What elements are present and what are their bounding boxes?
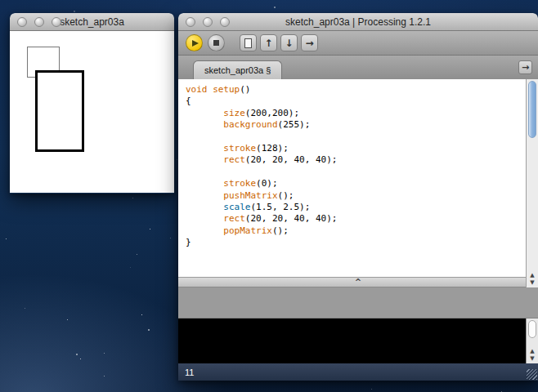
sketch-rect-large <box>35 70 84 152</box>
ide-window: sketch_apr03a | Processing 1.2.1 ↑ ↓ <box>178 13 538 381</box>
tab-label: sketch_apr03a § <box>204 65 271 75</box>
message-area <box>178 287 538 318</box>
stop-button[interactable] <box>208 34 225 51</box>
open-icon: ↑ <box>264 38 272 48</box>
line-number: 11 <box>185 368 194 377</box>
sketch-window-titlebar[interactable]: sketch_apr03a <box>10 13 174 31</box>
tab-menu-button[interactable]: → <box>518 60 532 74</box>
save-button[interactable]: ↓ <box>280 34 298 51</box>
save-icon: ↓ <box>285 38 293 48</box>
code-editor[interactable]: void setup(){ size(200,200); background(… <box>178 79 538 277</box>
ide-window-titlebar[interactable]: sketch_apr03a | Processing 1.2.1 <box>178 13 538 31</box>
zoom-button[interactable] <box>220 17 230 27</box>
scroll-up-icon[interactable]: ▲ <box>530 272 534 278</box>
editor-scroll-arrows: ▲ ▼ <box>527 272 538 286</box>
scroll-down-icon[interactable]: ▼ <box>530 279 534 286</box>
ide-window-title: sketch_apr03a | Processing 1.2.1 <box>178 16 538 28</box>
open-button[interactable]: ↑ <box>260 34 277 51</box>
sketch-canvas <box>10 31 174 193</box>
window-controls <box>186 17 230 27</box>
stop-icon <box>213 40 219 46</box>
minimize-button[interactable] <box>203 17 213 27</box>
code-text[interactable]: void setup(){ size(200,200); background(… <box>178 79 538 248</box>
arrow-right-icon: → <box>522 62 529 73</box>
export-button[interactable]: → <box>301 34 318 51</box>
tab-bar: sketch_apr03a § → <box>178 56 538 79</box>
scroll-down-icon[interactable]: ▼ <box>530 355 534 362</box>
new-sketch-button[interactable] <box>240 34 257 51</box>
run-button[interactable] <box>186 34 203 51</box>
zoom-button[interactable] <box>52 17 61 27</box>
tab-sketch-apr03a[interactable]: sketch_apr03a § <box>193 60 282 79</box>
export-icon: → <box>305 38 313 48</box>
close-button[interactable] <box>186 17 195 27</box>
console-scrollbar[interactable]: ▲ ▼ <box>526 318 538 363</box>
resize-grip[interactable] <box>527 369 537 380</box>
play-icon <box>192 40 199 47</box>
minimize-button[interactable] <box>34 17 44 27</box>
toolbar: ↑ ↓ → <box>178 31 538 56</box>
console: ▲ ▼ <box>178 318 538 363</box>
file-button-group: ↑ ↓ → <box>240 34 318 51</box>
editor-console-splitter[interactable]: ^ <box>178 277 538 287</box>
desktop: sketch_apr03a sketch_apr03a | Processing… <box>0 0 538 392</box>
status-bar: 11 <box>178 363 538 381</box>
new-file-icon <box>244 38 252 48</box>
sketch-output-window: sketch_apr03a <box>10 13 174 194</box>
console-scroll-arrows: ▲ ▼ <box>527 348 538 362</box>
splitter-handle-icon: ^ <box>355 278 361 287</box>
close-button[interactable] <box>17 17 27 27</box>
console-scrollbar-thumb[interactable] <box>528 320 536 338</box>
scroll-up-icon[interactable]: ▲ <box>530 348 534 354</box>
editor-scrollbar-thumb[interactable] <box>528 81 536 138</box>
editor-scrollbar[interactable]: ▲ ▼ <box>526 79 538 287</box>
window-controls <box>17 17 61 27</box>
